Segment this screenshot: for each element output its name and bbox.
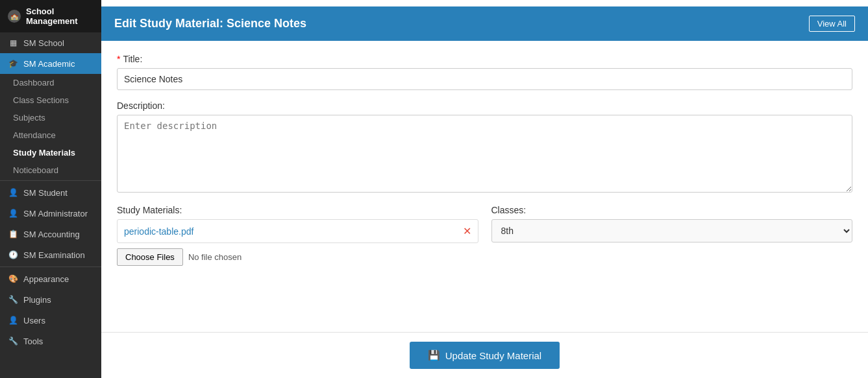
sidebar-item-sm-academic[interactable]: 🎓 SM Academic (0, 53, 101, 74)
save-icon: 💾 (428, 349, 440, 361)
sidebar-item-users[interactable]: 👤 Users (0, 310, 101, 331)
title-label: * Title: (117, 54, 852, 64)
sidebar-item-sm-school[interactable]: ▦ SM School (0, 32, 101, 53)
two-col-section: Study Materials: periodic-table.pdf ✕ Ch… (117, 205, 852, 266)
submit-label: Update Study Material (445, 350, 541, 361)
file-choose-row: Choose Files No file chosen (117, 248, 478, 266)
sidebar-item-tools[interactable]: 🔧 Tools (0, 331, 101, 351)
classes-select[interactable]: 8th 7th 6th 5th 4th (491, 219, 853, 242)
sm-student-icon: 👤 (8, 187, 18, 198)
sidebar-item-plugins[interactable]: 🔧 Plugins (0, 289, 101, 310)
sidebar-item-appearance[interactable]: 🎨 Appearance (0, 268, 101, 289)
plugins-icon: 🔧 (8, 294, 18, 305)
sidebar-item-sm-student[interactable]: 👤 SM Student (0, 182, 101, 203)
sidebar-sub-attendance[interactable]: Attendance (0, 126, 101, 144)
sidebar-item-sm-examination[interactable]: 🕐 SM Examination (0, 244, 101, 265)
sidebar-label-appearance: Appearance (23, 274, 69, 284)
sidebar-sub-noticeboard[interactable]: Noticeboard (0, 161, 101, 179)
title-input[interactable] (117, 68, 852, 90)
sm-school-icon: ▦ (8, 38, 18, 48)
brand-label: School Management (26, 6, 93, 26)
sidebar-label-sm-academic: SM Academic (23, 59, 75, 69)
sidebar-label-sm-student: SM Student (23, 188, 68, 198)
main-area: Edit Study Material: Science Notes View … (101, 0, 868, 378)
required-star: * (117, 54, 120, 64)
sidebar-label-plugins: Plugins (23, 295, 51, 305)
form-title: Edit Study Material: Science Notes (114, 17, 306, 30)
sidebar-label-sm-school: SM School (23, 38, 64, 48)
top-bar (101, 0, 868, 6)
title-field-group: * Title: (117, 54, 852, 90)
sidebar: 🏫 School Management ▦ SM School 🎓 SM Aca… (0, 0, 101, 378)
form-body: * Title: Description: Study Materials: (101, 41, 868, 279)
appearance-icon: 🎨 (8, 274, 18, 284)
brand[interactable]: 🏫 School Management (0, 0, 101, 32)
view-all-button[interactable]: View All (809, 16, 855, 32)
tools-icon: 🔧 (8, 336, 18, 346)
sidebar-divider-2 (0, 266, 101, 267)
sidebar-divider-1 (0, 180, 101, 181)
choose-files-button[interactable]: Choose Files (117, 248, 183, 266)
brand-icon: 🏫 (8, 10, 21, 23)
sidebar-item-sm-administrator[interactable]: 👤 SM Administrator (0, 203, 101, 224)
sidebar-sub-subjects[interactable]: Subjects (0, 109, 101, 126)
classes-label: Classes: (491, 205, 853, 215)
description-field-group: Description: (117, 100, 852, 195)
form-card: Edit Study Material: Science Notes View … (101, 6, 868, 332)
no-file-text: No file chosen (188, 252, 242, 262)
sidebar-label-sm-accounting: SM Accounting (23, 230, 80, 239)
description-label: Description: (117, 100, 852, 111)
sidebar-label-sm-examination: SM Examination (23, 250, 85, 260)
sidebar-sub-study-materials[interactable]: Study Materials (0, 144, 101, 161)
sidebar-sub-dashboard[interactable]: Dashboard (0, 74, 101, 91)
classes-col: Classes: 8th 7th 6th 5th 4th (491, 205, 853, 242)
study-materials-label: Study Materials: (117, 205, 478, 215)
sm-examination-icon: 🕐 (8, 250, 18, 260)
existing-file-link[interactable]: periodic-table.pdf (124, 226, 193, 237)
sidebar-label-sm-administrator: SM Administrator (23, 209, 88, 219)
sidebar-item-sm-accounting[interactable]: 📋 SM Accounting (0, 224, 101, 244)
users-icon: 👤 (8, 315, 18, 325)
existing-file-row: periodic-table.pdf ✕ (117, 219, 478, 243)
sm-admin-icon: 👤 (8, 208, 18, 219)
sidebar-label-tools: Tools (23, 337, 43, 346)
sidebar-label-users: Users (23, 316, 45, 325)
submit-area: 💾 Update Study Material (101, 332, 868, 378)
sm-academic-icon: 🎓 (8, 58, 18, 69)
sm-accounting-icon: 📋 (8, 229, 18, 239)
submit-button[interactable]: 💾 Update Study Material (410, 342, 560, 369)
form-header: Edit Study Material: Science Notes View … (101, 6, 868, 41)
description-textarea[interactable] (117, 115, 852, 193)
sidebar-sub-class-sections[interactable]: Class Sections (0, 91, 101, 109)
study-materials-col: Study Materials: periodic-table.pdf ✕ Ch… (117, 205, 478, 266)
remove-file-button[interactable]: ✕ (463, 225, 471, 237)
